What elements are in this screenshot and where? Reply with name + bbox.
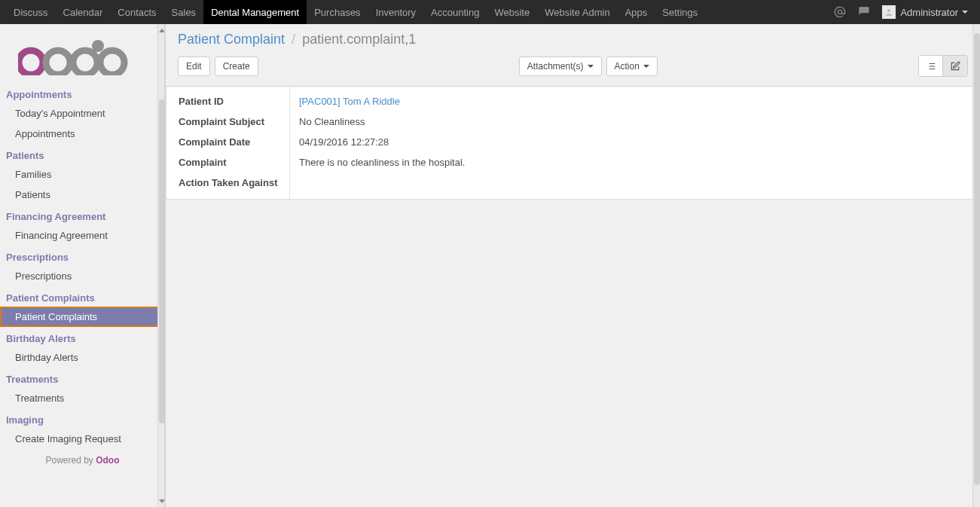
sidebar-section-treatments: Treatments: [0, 368, 165, 388]
nav-item-website-admin[interactable]: Website Admin: [537, 0, 617, 24]
caret-down-icon: [588, 65, 594, 68]
sidebar-item-financing-agreement[interactable]: Financing Agreement: [0, 225, 165, 246]
form-view-button[interactable]: [943, 56, 967, 76]
form-label: Patient ID: [169, 87, 290, 111]
nav-item-apps[interactable]: Apps: [618, 0, 655, 24]
caret-down-icon: [643, 65, 649, 68]
create-button[interactable]: Create: [215, 57, 258, 76]
nav-item-inventory[interactable]: Inventory: [368, 0, 423, 24]
sidebar-item-treatments[interactable]: Treatments: [0, 388, 165, 408]
sidebar-section-imaging: Imaging: [0, 408, 165, 429]
sidebar-item-create-imaging-request[interactable]: Create Imaging Request: [0, 429, 165, 449]
logo: [0, 24, 165, 83]
patient-link[interactable]: [PAC001] Tom A Riddle: [299, 96, 400, 107]
nav-item-dental-management[interactable]: Dental Management: [203, 0, 307, 24]
powered-by: Powered by Odoo: [0, 449, 165, 469]
nav-item-contacts[interactable]: Contacts: [110, 0, 163, 24]
form-row: Complaint SubjectNo Cleanliness: [166, 111, 979, 132]
content-scrollbar[interactable]: [972, 24, 980, 507]
form-row: Complaint Date04/19/2016 12:27:28: [166, 132, 979, 152]
nav-item-purchases[interactable]: Purchases: [307, 0, 368, 24]
sidebar-item-birthday-alerts[interactable]: Birthday Alerts: [0, 347, 165, 368]
breadcrumb-link[interactable]: Patient Complaint: [178, 32, 285, 47]
breadcrumb-sep: /: [292, 32, 295, 47]
attachments-dropdown[interactable]: Attachment(s): [519, 57, 602, 76]
sidebar-section-patient-complaints: Patient Complaints: [0, 286, 165, 307]
form-row: ComplaintThere is no cleanliness in the …: [166, 152, 979, 173]
brand-link[interactable]: Odoo: [96, 455, 119, 466]
nav-item-settings[interactable]: Settings: [655, 0, 705, 24]
sidebar-item-families[interactable]: Families: [0, 164, 165, 185]
user-menu[interactable]: Administrator: [876, 5, 974, 19]
nav-item-sales[interactable]: Sales: [164, 0, 204, 24]
edit-button[interactable]: Edit: [178, 57, 210, 76]
view-switcher: [918, 55, 968, 77]
svg-point-5: [73, 50, 97, 75]
sidebar-section-appointments: Appointments: [0, 83, 165, 103]
action-dropdown[interactable]: Action: [606, 57, 658, 76]
breadcrumb-current: patient.complaint,1: [302, 32, 416, 47]
sidebar-item-today-s-appointment[interactable]: Today's Appointment: [0, 103, 165, 124]
svg-point-6: [100, 50, 124, 75]
svg-point-0: [838, 10, 842, 14]
form-sheet: Patient ID[PAC001] Tom A RiddleComplaint…: [166, 87, 980, 200]
sidebar-section-financing-agreement: Financing Agreement: [0, 205, 165, 225]
sidebar-item-appointments[interactable]: Appointments: [0, 124, 165, 144]
sidebar: AppointmentsToday's AppointmentAppointme…: [0, 24, 166, 507]
at-icon[interactable]: [828, 0, 852, 24]
form-row: Patient ID[PAC001] Tom A Riddle: [166, 87, 979, 111]
toolbar: Edit Create Attachment(s) Action: [166, 52, 980, 87]
nav-item-calendar[interactable]: Calendar: [56, 0, 111, 24]
form-row: Action Taken Against: [166, 173, 979, 199]
sidebar-section-prescriptions: Prescriptions: [0, 246, 165, 266]
sidebar-section-patients: Patients: [0, 144, 165, 164]
form-value: There is no cleanliness in the hospital.: [290, 152, 979, 173]
form-label: Complaint: [169, 152, 290, 173]
form-value: [290, 173, 979, 199]
breadcrumb: Patient Complaint / patient.complaint,1: [166, 24, 980, 52]
nav-item-website[interactable]: Website: [487, 0, 537, 24]
form-label: Complaint Subject: [169, 111, 290, 132]
form-label: Action Taken Against: [169, 173, 290, 199]
sidebar-item-prescriptions[interactable]: Prescriptions: [0, 266, 165, 286]
caret-down-icon: [962, 11, 968, 14]
nav-item-discuss[interactable]: Discuss: [6, 0, 56, 24]
sidebar-item-patients[interactable]: Patients: [0, 185, 165, 205]
svg-point-1: [887, 9, 890, 12]
avatar-icon: [882, 5, 896, 19]
sidebar-scrollbar[interactable]: [157, 24, 165, 507]
form-value: No Cleanliness: [290, 111, 979, 132]
sidebar-item-patient-complaints[interactable]: Patient Complaints: [0, 307, 165, 327]
svg-point-4: [46, 50, 70, 75]
nav-item-accounting[interactable]: Accounting: [423, 0, 487, 24]
sidebar-section-birthday-alerts: Birthday Alerts: [0, 327, 165, 347]
svg-point-3: [19, 50, 43, 75]
form-value: [PAC001] Tom A Riddle: [290, 87, 979, 111]
form-label: Complaint Date: [169, 132, 290, 152]
chat-icon[interactable]: [852, 0, 876, 24]
top-navbar: DiscussCalendarContactsSalesDental Manag…: [0, 0, 980, 24]
list-view-button[interactable]: [919, 56, 943, 76]
content-area: Patient Complaint / patient.complaint,1 …: [166, 24, 980, 507]
form-value: 04/19/2016 12:27:28: [290, 132, 979, 152]
user-label: Administrator: [900, 7, 958, 18]
